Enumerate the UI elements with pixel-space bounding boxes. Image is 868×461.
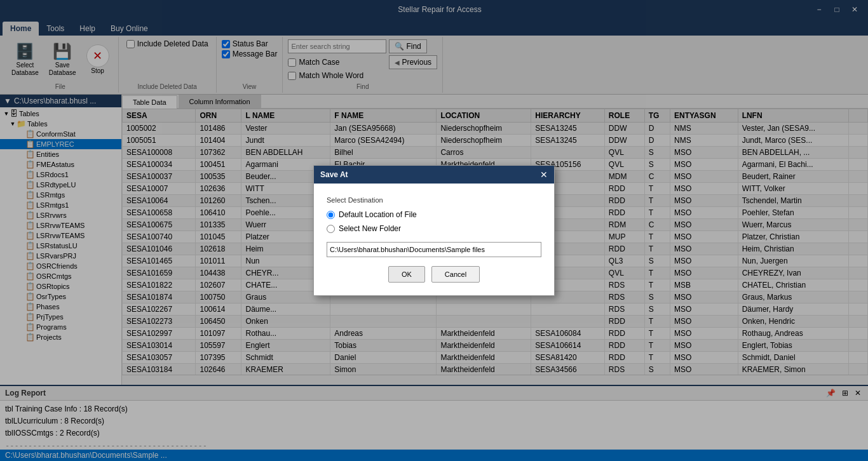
modal-radio-new[interactable]: Select New Folder <box>327 224 541 233</box>
modal-radio-default[interactable]: Default Location of File <box>327 210 541 219</box>
radio-new-label: Select New Folder <box>339 224 401 233</box>
modal-title: Save At <box>320 170 348 179</box>
modal-section-label: Select Destination <box>327 196 541 204</box>
radio-default-label: Default Location of File <box>339 210 417 219</box>
modal-path-input[interactable] <box>327 242 541 257</box>
radio-new-input[interactable] <box>327 225 335 233</box>
modal-radio-group: Default Location of File Select New Fold… <box>327 210 541 233</box>
modal-ok-button[interactable]: OK <box>388 266 425 283</box>
modal-close-button[interactable]: ✕ <box>540 170 548 180</box>
modal-overlay: Save At ✕ Select Destination Default Loc… <box>0 0 868 461</box>
modal-titlebar: Save At ✕ <box>314 166 554 184</box>
radio-default-input[interactable] <box>327 211 335 219</box>
modal-footer: OK Cancel <box>327 266 541 283</box>
modal-cancel-button[interactable]: Cancel <box>431 266 480 283</box>
save-at-modal: Save At ✕ Select Destination Default Loc… <box>313 165 555 296</box>
modal-body: Select Destination Default Location of F… <box>314 184 554 295</box>
